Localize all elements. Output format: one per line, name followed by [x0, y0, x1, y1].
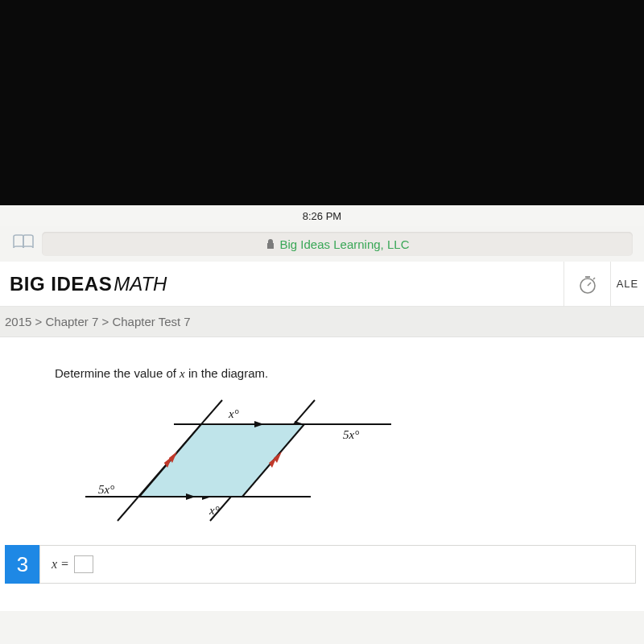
app-header: BIG IDEASMATH ALE: [0, 262, 644, 307]
answer-input[interactable]: [74, 555, 93, 573]
app-chrome: BIG IDEASMATH ALE 2015 > Chapter 7 > Cha…: [0, 262, 644, 611]
label-bottom-left-outer: 5x°: [98, 483, 114, 496]
browser-url-bar: Big Ideas Learning, LLC: [0, 226, 644, 262]
status-bar: 8:26 PM: [0, 205, 644, 226]
brand-big: BIG IDEAS: [10, 273, 112, 295]
question-content: Determine the value of x in the diagram.: [0, 337, 644, 611]
answer-row: 3 x =: [5, 545, 636, 584]
url-field[interactable]: Big Ideas Learning, LLC: [42, 232, 633, 256]
svg-line-1: [588, 283, 591, 286]
url-site-label: Big Ideas Learning, LLC: [280, 237, 410, 251]
answer-field[interactable]: x =: [39, 545, 636, 584]
answer-label: x =: [52, 557, 69, 572]
label-bottom-inner: x°: [208, 504, 220, 517]
status-time: 8:26 PM: [303, 210, 341, 222]
bookmarks-icon[interactable]: [11, 233, 35, 254]
question-number[interactable]: 3: [5, 545, 40, 584]
question-prompt: Determine the value of x in the diagram.: [55, 366, 636, 381]
lock-icon: [266, 238, 275, 250]
brand: BIG IDEASMATH: [10, 273, 167, 295]
label-top-right-outer: 5x°: [343, 428, 359, 441]
parallelogram-diagram: x° 5x° 5x° x°: [69, 392, 636, 532]
breadcrumb[interactable]: 2015 > Chapter 7 > Chapter Test 7: [0, 307, 644, 337]
header-right: ALE: [564, 262, 644, 307]
user-name-partial[interactable]: ALE: [610, 262, 644, 307]
svg-marker-8: [139, 424, 304, 497]
svg-line-3: [593, 278, 595, 279]
timer-button[interactable]: [564, 262, 610, 307]
label-top-inner: x°: [228, 407, 239, 420]
brand-math: MATH: [114, 273, 167, 295]
stopwatch-icon: [576, 273, 599, 295]
